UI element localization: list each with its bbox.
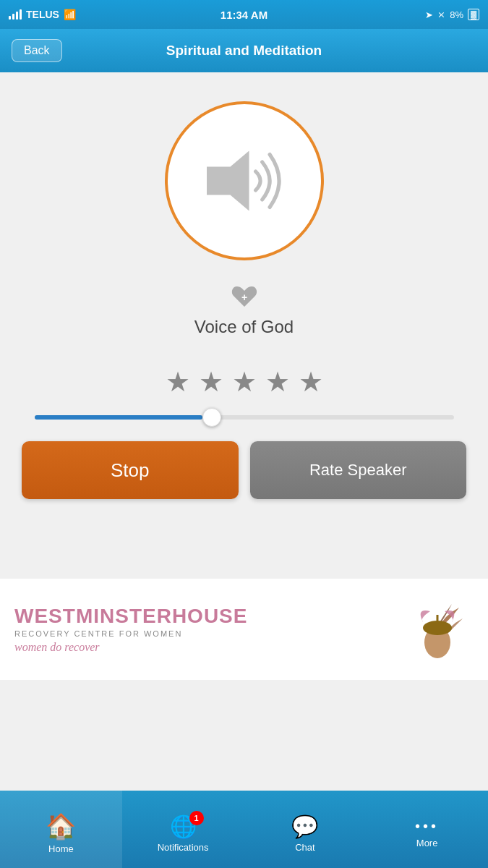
rate-speaker-button[interactable]: Rate Speaker: [250, 441, 467, 499]
svg-point-3: [423, 621, 452, 635]
location-icon: ➤: [425, 9, 433, 20]
speaker-circle: [165, 101, 324, 260]
logo-area: WESTMINSTERHOUSE Recovery Centre for Wom…: [0, 579, 488, 680]
tab-more-label: More: [416, 838, 438, 848]
status-bar: TELUS 📶 11:34 AM ➤ ⨯ 8% ▓: [0, 0, 488, 29]
carrier-name: TELUS: [26, 9, 59, 20]
svg-text:+: +: [241, 292, 247, 303]
progress-thumb[interactable]: [202, 408, 221, 427]
nav-title: Spiritual and Meditation: [166, 43, 322, 59]
status-left: TELUS 📶: [9, 9, 76, 20]
tab-chat[interactable]: 💬 Chat: [244, 791, 367, 868]
stop-button[interactable]: Stop: [22, 441, 239, 499]
chat-icon: 💬: [291, 814, 318, 839]
bluetooth-icon: ⨯: [437, 9, 445, 20]
tab-notifications[interactable]: 🌐 1 Notifications: [122, 791, 244, 868]
logo-sub-text: Recovery Centre for Women: [14, 629, 247, 638]
signal-icon: [9, 9, 22, 20]
track-title: Voice of God: [194, 317, 294, 337]
svg-marker-0: [207, 150, 249, 210]
star-3[interactable]: ★: [232, 366, 257, 398]
star-1[interactable]: ★: [166, 366, 190, 398]
nav-bar: Back Spiritual and Meditation: [0, 29, 488, 72]
tab-home[interactable]: 🏠 Home: [0, 791, 122, 868]
star-2[interactable]: ★: [199, 366, 223, 398]
more-icon: •••: [415, 818, 439, 835]
status-time: 11:34 AM: [221, 9, 267, 21]
tab-bar: 🏠 Home 🌐 1 Notifications 💬 Chat ••• More: [0, 791, 488, 868]
back-button[interactable]: Back: [12, 39, 62, 62]
tab-home-label: Home: [48, 843, 74, 854]
main-content: + Voice of God ★ ★ ★ ★ ★ Stop Rate Speak…: [0, 72, 488, 535]
status-right: ➤ ⨯ 8% ▓: [425, 9, 479, 20]
star-4[interactable]: ★: [265, 366, 290, 398]
tab-chat-label: Chat: [295, 842, 314, 853]
logo-main-text: WESTMINSTERHOUSE: [14, 605, 247, 628]
tab-notifications-label: Notifications: [158, 842, 209, 853]
logo-part1: WESTMINSTER: [14, 605, 172, 627]
tab-more[interactable]: ••• More: [366, 791, 488, 868]
logo-decoration-icon: [401, 600, 474, 658]
battery-icon: ▓: [468, 9, 479, 20]
stars-row: ★ ★ ★ ★ ★: [166, 366, 323, 398]
home-icon: 🏠: [46, 812, 76, 841]
logo-tagline: women do recover: [14, 641, 247, 654]
logo-text: WESTMINSTERHOUSE Recovery Centre for Wom…: [14, 605, 247, 654]
star-5[interactable]: ★: [299, 366, 323, 398]
action-buttons: Stop Rate Speaker: [22, 441, 466, 499]
wifi-icon: 📶: [64, 9, 76, 20]
speaker-icon: [197, 134, 291, 228]
heart-icon: +: [230, 282, 259, 311]
battery-percent: 8%: [450, 9, 463, 20]
notif-wrapper: 🌐 1: [170, 814, 197, 839]
logo-part2: HOUSE: [172, 605, 248, 627]
progress-bar[interactable]: [35, 415, 454, 420]
progress-fill: [35, 415, 202, 420]
notification-badge: 1: [189, 811, 204, 825]
